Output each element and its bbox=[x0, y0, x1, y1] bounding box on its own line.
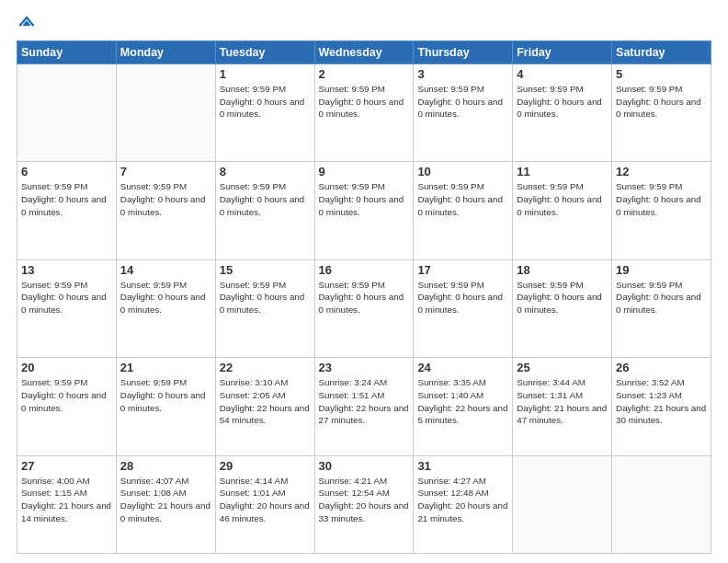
day-info: Sunset: 9:59 PM Daylight: 0 hours and 0 … bbox=[517, 180, 608, 218]
calendar-cell: 25Sunrise: 3:44 AM Sunset: 1:31 AM Dayli… bbox=[513, 358, 612, 455]
day-number: 5 bbox=[616, 67, 707, 81]
calendar-cell bbox=[17, 64, 117, 162]
day-number: 8 bbox=[220, 165, 311, 178]
day-info: Sunset: 9:59 PM Daylight: 0 hours and 0 … bbox=[319, 180, 410, 218]
header bbox=[17, 17, 711, 33]
day-number: 25 bbox=[517, 361, 608, 374]
day-number: 16 bbox=[319, 263, 410, 277]
calendar-cell: 29Sunrise: 4:14 AM Sunset: 1:01 AM Dayli… bbox=[215, 455, 314, 553]
calendar-cell bbox=[612, 455, 711, 553]
logo-icon bbox=[18, 15, 35, 31]
day-info: Sunset: 9:59 PM Daylight: 0 hours and 0 … bbox=[21, 376, 112, 414]
day-number: 6 bbox=[21, 165, 112, 178]
calendar-cell: 11Sunset: 9:59 PM Daylight: 0 hours and … bbox=[513, 162, 612, 259]
page: SundayMondayTuesdayWednesdayThursdayFrid… bbox=[0, 0, 728, 563]
calendar-cell: 31Sunrise: 4:27 AM Sunset: 12:48 AM Dayl… bbox=[414, 455, 513, 553]
calendar-cell: 8Sunset: 9:59 PM Daylight: 0 hours and 0… bbox=[215, 162, 314, 259]
calendar-cell: 6Sunset: 9:59 PM Daylight: 0 hours and 0… bbox=[17, 162, 117, 259]
calendar-cell: 12Sunset: 9:59 PM Daylight: 0 hours and … bbox=[612, 162, 711, 259]
week-row-2: 13Sunset: 9:59 PM Daylight: 0 hours and … bbox=[17, 259, 711, 357]
day-info: Sunrise: 4:27 AM Sunset: 12:48 AM Daylig… bbox=[417, 475, 508, 525]
day-number: 23 bbox=[319, 361, 410, 374]
day-info: Sunrise: 3:44 AM Sunset: 1:31 AM Dayligh… bbox=[517, 376, 608, 427]
calendar-cell: 7Sunset: 9:59 PM Daylight: 0 hours and 0… bbox=[116, 162, 215, 259]
day-info: Sunset: 9:59 PM Daylight: 0 hours and 0 … bbox=[220, 279, 311, 316]
calendar-cell: 1Sunset: 9:59 PM Daylight: 0 hours and 0… bbox=[215, 64, 314, 162]
day-number: 15 bbox=[220, 263, 311, 277]
day-info: Sunset: 9:59 PM Daylight: 0 hours and 0 … bbox=[120, 279, 211, 316]
calendar-table: SundayMondayTuesdayWednesdayThursdayFrid… bbox=[17, 40, 711, 554]
week-row-0: 1Sunset: 9:59 PM Daylight: 0 hours and 0… bbox=[17, 64, 711, 162]
day-number: 12 bbox=[616, 165, 707, 178]
day-number: 26 bbox=[616, 361, 707, 374]
calendar-cell: 21Sunset: 9:59 PM Daylight: 0 hours and … bbox=[116, 358, 215, 455]
day-number: 30 bbox=[319, 459, 410, 473]
day-info: Sunset: 9:59 PM Daylight: 0 hours and 0 … bbox=[517, 83, 608, 121]
day-number: 13 bbox=[21, 263, 112, 277]
day-info: Sunrise: 4:00 AM Sunset: 1:15 AM Dayligh… bbox=[21, 475, 112, 525]
logo bbox=[17, 17, 35, 33]
day-info: Sunrise: 4:21 AM Sunset: 12:54 AM Daylig… bbox=[319, 475, 410, 525]
day-info: Sunset: 9:59 PM Daylight: 0 hours and 0 … bbox=[220, 180, 311, 218]
weekday-header-tuesday: Tuesday bbox=[215, 41, 314, 64]
day-info: Sunset: 9:59 PM Daylight: 0 hours and 0 … bbox=[417, 83, 508, 121]
day-info: Sunrise: 4:14 AM Sunset: 1:01 AM Dayligh… bbox=[220, 475, 311, 525]
calendar-cell: 13Sunset: 9:59 PM Daylight: 0 hours and … bbox=[17, 259, 117, 357]
weekday-header-wednesday: Wednesday bbox=[314, 41, 414, 64]
calendar-cell: 24Sunrise: 3:35 AM Sunset: 1:40 AM Dayli… bbox=[414, 358, 513, 455]
day-info: Sunset: 9:59 PM Daylight: 0 hours and 0 … bbox=[616, 83, 707, 121]
weekday-header-row: SundayMondayTuesdayWednesdayThursdayFrid… bbox=[17, 41, 711, 64]
day-number: 21 bbox=[120, 361, 211, 374]
day-number: 10 bbox=[417, 165, 508, 178]
day-number: 31 bbox=[417, 459, 508, 473]
calendar-cell: 28Sunrise: 4:07 AM Sunset: 1:08 AM Dayli… bbox=[116, 455, 215, 553]
calendar-cell: 20Sunset: 9:59 PM Daylight: 0 hours and … bbox=[17, 358, 117, 455]
day-info: Sunset: 9:59 PM Daylight: 0 hours and 0 … bbox=[417, 279, 508, 316]
day-number: 7 bbox=[120, 165, 211, 178]
day-info: Sunset: 9:59 PM Daylight: 0 hours and 0 … bbox=[517, 279, 608, 316]
weekday-header-friday: Friday bbox=[513, 41, 612, 64]
calendar-cell: 10Sunset: 9:59 PM Daylight: 0 hours and … bbox=[414, 162, 513, 259]
day-number: 20 bbox=[21, 361, 112, 374]
day-number: 11 bbox=[517, 165, 608, 178]
calendar-cell: 26Sunrise: 3:52 AM Sunset: 1:23 AM Dayli… bbox=[612, 358, 711, 455]
day-number: 1 bbox=[220, 67, 311, 81]
weekday-header-sunday: Sunday bbox=[17, 41, 117, 64]
day-info: Sunrise: 3:10 AM Sunset: 2:05 AM Dayligh… bbox=[220, 376, 311, 427]
calendar-cell: 19Sunset: 9:59 PM Daylight: 0 hours and … bbox=[612, 259, 711, 357]
weekday-header-monday: Monday bbox=[116, 41, 215, 64]
calendar-cell: 30Sunrise: 4:21 AM Sunset: 12:54 AM Dayl… bbox=[314, 455, 414, 553]
weekday-header-thursday: Thursday bbox=[414, 41, 513, 64]
day-info: Sunset: 9:59 PM Daylight: 0 hours and 0 … bbox=[319, 279, 410, 316]
calendar-cell: 14Sunset: 9:59 PM Daylight: 0 hours and … bbox=[116, 259, 215, 357]
calendar-cell: 17Sunset: 9:59 PM Daylight: 0 hours and … bbox=[414, 259, 513, 357]
day-info: Sunset: 9:59 PM Daylight: 0 hours and 0 … bbox=[120, 180, 211, 218]
day-number: 4 bbox=[517, 67, 608, 81]
calendar-cell bbox=[513, 455, 612, 553]
weekday-header-saturday: Saturday bbox=[612, 41, 711, 64]
day-number: 27 bbox=[21, 459, 112, 473]
day-info: Sunset: 9:59 PM Daylight: 0 hours and 0 … bbox=[21, 180, 112, 218]
day-number: 19 bbox=[616, 263, 707, 277]
day-number: 14 bbox=[120, 263, 211, 277]
calendar-cell: 2Sunset: 9:59 PM Daylight: 0 hours and 0… bbox=[314, 64, 414, 162]
calendar-cell: 3Sunset: 9:59 PM Daylight: 0 hours and 0… bbox=[414, 64, 513, 162]
day-info: Sunrise: 3:35 AM Sunset: 1:40 AM Dayligh… bbox=[417, 376, 508, 427]
calendar-cell: 15Sunset: 9:59 PM Daylight: 0 hours and … bbox=[215, 259, 314, 357]
calendar-cell: 5Sunset: 9:59 PM Daylight: 0 hours and 0… bbox=[612, 64, 711, 162]
calendar-cell: 16Sunset: 9:59 PM Daylight: 0 hours and … bbox=[314, 259, 414, 357]
day-info: Sunset: 9:59 PM Daylight: 0 hours and 0 … bbox=[319, 83, 410, 121]
day-info: Sunset: 9:59 PM Daylight: 0 hours and 0 … bbox=[417, 180, 508, 218]
day-info: Sunrise: 4:07 AM Sunset: 1:08 AM Dayligh… bbox=[120, 475, 211, 525]
calendar-cell: 18Sunset: 9:59 PM Daylight: 0 hours and … bbox=[513, 259, 612, 357]
day-info: Sunset: 9:59 PM Daylight: 0 hours and 0 … bbox=[120, 376, 211, 414]
day-number: 9 bbox=[319, 165, 410, 178]
day-info: Sunset: 9:59 PM Daylight: 0 hours and 0 … bbox=[616, 180, 707, 218]
day-number: 17 bbox=[417, 263, 508, 277]
week-row-4: 27Sunrise: 4:00 AM Sunset: 1:15 AM Dayli… bbox=[17, 455, 711, 553]
day-number: 18 bbox=[517, 263, 608, 277]
day-info: Sunrise: 3:52 AM Sunset: 1:23 AM Dayligh… bbox=[616, 376, 707, 427]
week-row-1: 6Sunset: 9:59 PM Daylight: 0 hours and 0… bbox=[17, 162, 711, 259]
day-number: 29 bbox=[220, 459, 311, 473]
calendar-cell: 9Sunset: 9:59 PM Daylight: 0 hours and 0… bbox=[314, 162, 414, 259]
